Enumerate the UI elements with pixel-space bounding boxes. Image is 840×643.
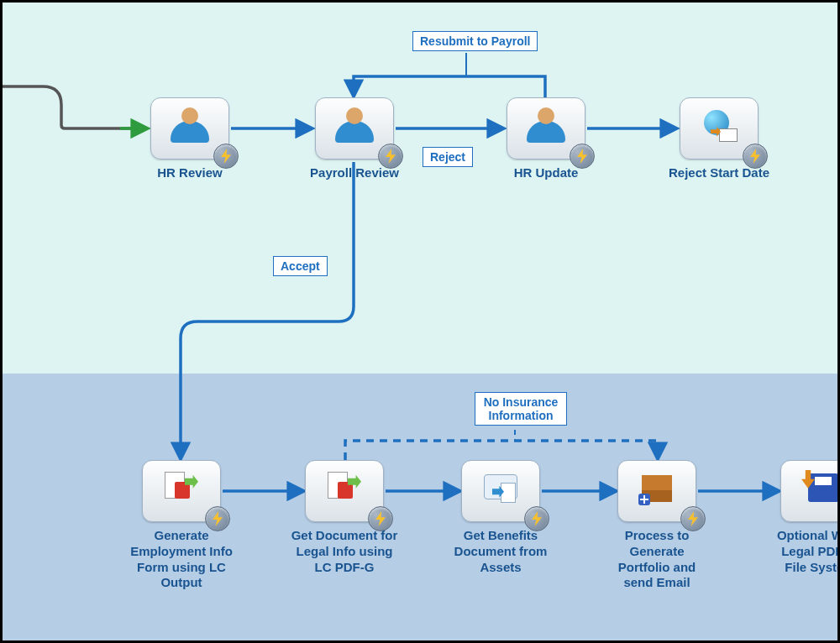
workflow-canvas: HR Review Payroll Review HR Update Rejec…: [0, 0, 840, 643]
label-hr-review: HR Review: [135, 165, 244, 181]
node-payroll-review[interactable]: Payroll Review: [315, 97, 394, 159]
node-hr-review[interactable]: HR Review: [150, 97, 229, 159]
node-process-email[interactable]: Process to Generate Portfolio and send E…: [617, 460, 696, 522]
globe-envelope-icon: [701, 108, 738, 142]
label-reject-start-date: Reject Start Date: [664, 165, 774, 181]
package-generate-icon: [638, 470, 675, 505]
lane-review: [3, 3, 837, 374]
node-reject-start-date[interactable]: Reject Start Date: [680, 97, 759, 159]
label-process-email: Process to Generate Portfolio and send E…: [602, 528, 711, 591]
edge-label-reject: Reject: [423, 147, 473, 167]
label-hr-update: HR Update: [491, 165, 601, 181]
node-get-benefits[interactable]: Get Benefits Document from Assets: [461, 460, 540, 522]
node-hr-update[interactable]: HR Update: [507, 97, 585, 159]
user-icon: [527, 107, 565, 143]
user-icon: [171, 107, 209, 143]
edge-label-no-insurance: No Insurance Information: [475, 392, 567, 426]
save-disk-icon: [801, 470, 838, 505]
label-generate-employment: Generate Employment Info Form using LC O…: [127, 528, 236, 591]
folder-asset-icon: [482, 471, 519, 504]
document-generate-icon: [163, 470, 200, 505]
edge-label-accept: Accept: [273, 256, 328, 276]
node-write-pdf[interactable]: Optional Write Legal PDF to File System: [780, 460, 840, 522]
user-icon: [335, 107, 374, 143]
label-get-legal-doc: Get Document for Legal Info using LC PDF…: [290, 528, 399, 575]
lane-process: [3, 374, 837, 642]
label-get-benefits: Get Benefits Document from Assets: [446, 528, 555, 575]
edge-label-resubmit: Resubmit to Payroll: [412, 31, 538, 51]
node-generate-employment[interactable]: Generate Employment Info Form using LC O…: [142, 460, 221, 522]
label-payroll-review: Payroll Review: [300, 165, 409, 181]
label-write-pdf: Optional Write Legal PDF to File System: [769, 528, 840, 575]
document-pdf-icon: [326, 470, 363, 505]
node-get-legal-doc[interactable]: Get Document for Legal Info using LC PDF…: [305, 460, 384, 522]
